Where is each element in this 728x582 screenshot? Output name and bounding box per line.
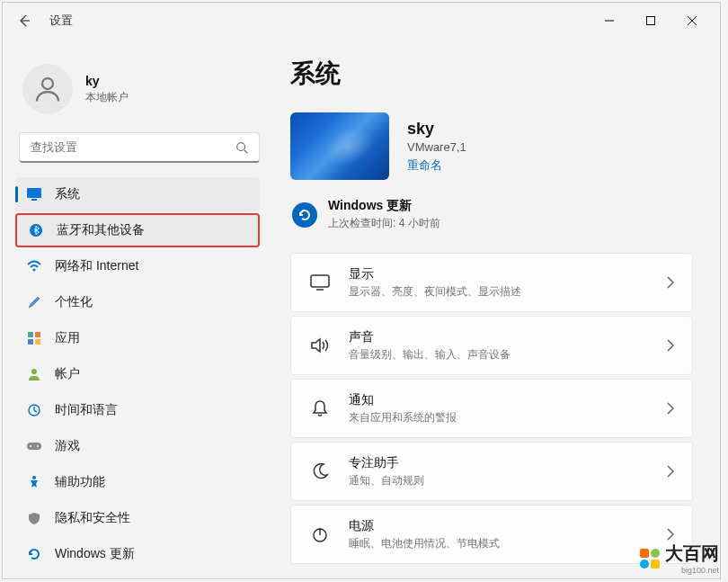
update-subtitle: 上次检查时间: 4 小时前 [328, 216, 440, 231]
setting-item-notifications[interactable]: 通知 来自应用和系统的警报 [290, 379, 693, 438]
watermark-logo-icon [640, 549, 660, 569]
nav-item-apps[interactable]: 应用 [15, 321, 260, 355]
watermark: 大百网 big100.net [640, 542, 719, 575]
update-icon [26, 546, 42, 562]
setting-title: 显示 [349, 266, 667, 282]
user-section[interactable]: ky 本地帐户 [15, 57, 272, 132]
gamepad-icon [26, 438, 42, 454]
chevron-right-icon [667, 276, 674, 289]
settings-list: 显示 显示器、亮度、夜间模式、显示描述 声音 音量级别、输出、输入、声音设备 [290, 253, 693, 564]
nav-item-privacy[interactable]: 隐私和安全性 [15, 501, 260, 535]
system-icon [26, 186, 42, 202]
chevron-right-icon [667, 402, 674, 415]
nav-item-personalization[interactable]: 个性化 [15, 285, 260, 319]
watermark-text: 大百网 [665, 543, 719, 563]
display-icon [309, 272, 331, 293]
avatar [22, 64, 73, 114]
watermark-url: big100.net [665, 566, 719, 575]
close-icon [688, 16, 697, 25]
nav-item-system[interactable]: 系统 [15, 177, 260, 211]
device-name: sky [407, 120, 466, 139]
power-icon [309, 524, 331, 545]
setting-subtitle: 显示器、亮度、夜间模式、显示描述 [349, 284, 667, 300]
user-info: ky 本地帐户 [85, 74, 129, 105]
chevron-right-icon [667, 339, 674, 352]
nav-item-time-language[interactable]: 时间和语言 [15, 393, 260, 427]
setting-text: 通知 来自应用和系统的警报 [349, 392, 667, 425]
setting-item-power[interactable]: 电源 睡眠、电池使用情况、节电模式 [290, 505, 693, 564]
nav-label: 时间和语言 [55, 402, 118, 418]
rename-link[interactable]: 重命名 [407, 157, 442, 174]
setting-subtitle: 来自应用和系统的警报 [349, 410, 667, 425]
nav-item-network[interactable]: 网络和 Internet [15, 249, 260, 283]
setting-text: 声音 音量级别、输出、输入、声音设备 [349, 329, 667, 363]
window-controls [589, 6, 713, 35]
maximize-icon [646, 16, 655, 25]
setting-item-display[interactable]: 显示 显示器、亮度、夜间模式、显示描述 [290, 253, 693, 312]
maximize-button[interactable] [630, 6, 671, 35]
sidebar: ky 本地帐户 系统 蓝牙和其他设备 网络和 In [3, 39, 272, 578]
sound-icon [309, 335, 331, 356]
minimize-button[interactable] [589, 6, 630, 35]
setting-text: 专注助手 通知、自动规则 [349, 455, 667, 488]
update-refresh-icon [292, 202, 317, 228]
device-wallpaper-preview[interactable] [290, 112, 389, 180]
device-info: sky VMware7,1 重命名 [407, 120, 466, 174]
content-area: ky 本地帐户 系统 蓝牙和其他设备 网络和 In [3, 39, 720, 578]
nav-label: 应用 [55, 330, 80, 346]
window-title: 设置 [49, 13, 73, 29]
nav-label: 个性化 [55, 294, 93, 310]
user-name: ky [85, 74, 129, 88]
nav-label: 蓝牙和其他设备 [57, 222, 145, 238]
svg-rect-8 [35, 332, 40, 337]
close-button[interactable] [671, 6, 713, 35]
search-box[interactable] [19, 132, 260, 163]
nav-item-bluetooth[interactable]: 蓝牙和其他设备 [15, 213, 260, 247]
nav-item-windows-update[interactable]: Windows 更新 [15, 537, 260, 571]
search-icon [235, 141, 248, 154]
search-input[interactable] [31, 140, 235, 154]
brush-icon [26, 294, 42, 310]
setting-text: 电源 睡眠、电池使用情况、节电模式 [349, 518, 667, 551]
back-button[interactable] [10, 6, 39, 35]
person-icon [31, 73, 64, 105]
nav-label: 辅助功能 [55, 474, 105, 490]
device-section: sky VMware7,1 重命名 [290, 112, 693, 180]
svg-rect-4 [31, 199, 37, 201]
apps-icon [26, 330, 42, 346]
setting-item-sound[interactable]: 声音 音量级别、输出、输入、声音设备 [290, 316, 693, 375]
svg-point-1 [42, 78, 53, 89]
update-title: Windows 更新 [328, 198, 440, 214]
nav-label: 游戏 [55, 438, 80, 454]
setting-item-focus-assist[interactable]: 专注助手 通知、自动规则 [290, 442, 693, 501]
page-title: 系统 [290, 57, 693, 91]
setting-text: 显示 显示器、亮度、夜间模式、显示描述 [349, 266, 667, 300]
chevron-right-icon [667, 465, 674, 478]
account-icon [26, 366, 42, 382]
setting-title: 电源 [349, 518, 667, 534]
nav-list: 系统 蓝牙和其他设备 网络和 Internet 个性化 应用 [15, 177, 272, 571]
nav-label: 网络和 Internet [55, 258, 138, 274]
accessibility-icon [26, 474, 42, 490]
device-model: VMware7,1 [407, 140, 466, 154]
setting-title: 专注助手 [349, 455, 667, 471]
nav-item-accounts[interactable]: 帐户 [15, 357, 260, 391]
svg-point-6 [33, 269, 36, 272]
titlebar: 设置 [3, 3, 720, 39]
main-panel: 系统 sky VMware7,1 重命名 Windows 更新 上次检查时间: … [272, 39, 720, 578]
svg-point-14 [30, 445, 31, 447]
minimize-icon [605, 16, 614, 25]
svg-rect-3 [27, 188, 41, 198]
nav-item-accessibility[interactable]: 辅助功能 [15, 465, 260, 499]
settings-window: 设置 ky 本地帐户 [2, 2, 721, 579]
svg-rect-13 [27, 443, 41, 450]
arrow-left-icon [17, 13, 31, 28]
chevron-right-icon [667, 528, 674, 541]
nav-label: 隐私和安全性 [55, 510, 130, 526]
shield-icon [26, 510, 42, 526]
nav-label: Windows 更新 [55, 546, 135, 562]
windows-update-status[interactable]: Windows 更新 上次检查时间: 4 小时前 [290, 198, 693, 231]
svg-point-11 [31, 369, 37, 374]
bell-icon [309, 398, 331, 419]
nav-item-gaming[interactable]: 游戏 [15, 429, 260, 463]
